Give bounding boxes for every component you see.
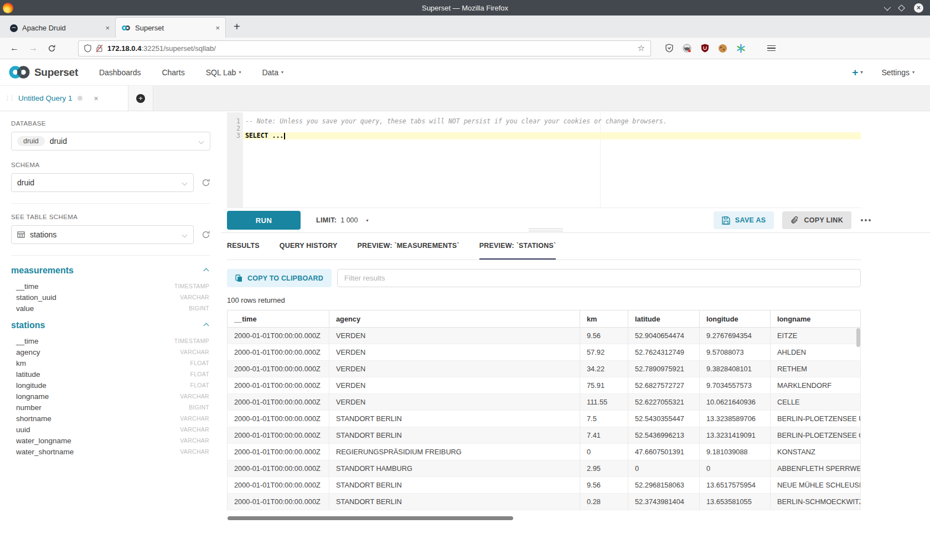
column-type: VARCHAR [180,349,209,355]
tab-close-icon[interactable]: × [105,24,110,32]
table-row: 2000-01-01T00:00:00.000ZSTANDORT HAMBURG… [228,460,861,477]
table-schema-header[interactable]: measurements [11,266,210,276]
column-header[interactable]: __time [228,310,329,328]
more-options-button[interactable] [861,219,871,221]
window-close-icon[interactable]: × [914,3,923,13]
browser-tab-superset[interactable]: Superset × [115,17,226,38]
superset-logo-icon [8,65,31,79]
url-bar[interactable]: 172.18.0.4:32251/superset/sqllab/ ☆ [78,40,651,56]
limit-control[interactable]: LIMIT: 1 000 ▾ [316,216,369,224]
sql-code-line[interactable] [243,125,861,132]
column-name: number [16,403,42,412]
forward-button[interactable]: → [29,43,38,53]
pocket-extension-icon[interactable] [665,44,673,53]
minimize-icon[interactable] [884,3,891,11]
column-type: FLOAT [190,360,209,366]
nav-charts[interactable]: Charts [162,68,184,77]
refresh-schema-icon[interactable] [202,178,210,187]
column-header[interactable]: agency [329,310,580,328]
run-button[interactable]: RUN [227,211,301,230]
column-name: longitude [16,381,46,390]
back-button[interactable]: ← [10,43,19,53]
table-select[interactable]: stations [11,225,194,244]
table-cell: NEUE MÜHLE SCHLEUSE OP [771,477,861,494]
refresh-tables-icon[interactable] [202,230,210,239]
asterisk-extension-icon[interactable] [736,44,746,53]
reload-button[interactable] [48,44,56,53]
results-tab-1[interactable]: QUERY HISTORY [280,233,338,260]
table-cell: 2000-01-01T00:00:00.000Z [228,361,329,377]
browser-tab-apache-druid[interactable]: Apache Druid × [4,18,115,38]
table-cell: REGIERUNGSPRÄSIDIUM FREIBURG [329,444,580,460]
query-tab-active[interactable]: ⋮⋮ Untitled Query 1 × [0,86,128,111]
filter-results-input[interactable] [337,269,861,287]
table-schema-header[interactable]: stations [11,320,210,330]
new-query-tab-button[interactable]: + [128,86,153,111]
column-name: uuid [16,426,30,434]
tracking-shield-icon[interactable] [84,44,91,53]
new-item-button[interactable]: +▾ [852,66,862,79]
column-header[interactable]: km [580,310,628,328]
chevron-down-icon: ▾ [281,70,283,75]
results-tab-3[interactable]: PREVIEW: `STATIONS` [479,233,556,260]
sql-editor-pane: 123 -- Note: Unless you save your query,… [221,111,930,535]
results-table: __timeagencykmlatitudelongitudelongname … [227,310,861,510]
chevron-up-icon[interactable] [204,268,209,273]
results-tabbar: RESULTSQUERY HISTORYPREVIEW: `MEASUREMEN… [227,233,861,260]
bookmark-star-icon[interactable]: ☆ [638,43,645,53]
resize-handle-icon[interactable] [529,229,563,233]
sql-editor[interactable]: 123 -- Note: Unless you save your query,… [227,112,861,208]
column-header[interactable]: longitude [700,310,771,328]
horizontal-scrollbar[interactable] [228,516,513,520]
column-name: __time [16,282,39,291]
table-cell: 52.6227055321 [628,394,700,411]
superset-favicon [121,25,131,31]
menu-hamburger-icon[interactable] [767,45,776,51]
table-cell: 52.7890975921 [628,361,700,377]
schema-select[interactable]: druid [11,173,194,192]
browser-tabbar: Apache Druid × Superset × + [0,15,930,38]
table-cell: 2000-01-01T00:00:00.000Z [228,344,329,361]
column-name: shortname [16,414,51,423]
query-tab-close-icon[interactable]: × [94,94,99,103]
database-select[interactable]: druid druid [11,132,210,151]
column-type: VARCHAR [180,448,209,455]
mask-extension-icon[interactable] [683,44,691,53]
editor-code-area[interactable]: -- Note: Unless you save your query, the… [243,112,861,208]
table-cell: 13.3231419091 [700,427,771,444]
superset-brand[interactable]: Superset [8,65,78,79]
drag-handle-icon[interactable]: ⋮⋮ [4,95,13,102]
table-cell: 2000-01-01T00:00:00.000Z [228,444,329,460]
sql-code-line[interactable]: SELECT ... [243,132,861,139]
maximize-icon[interactable] [898,4,905,12]
ublock-extension-icon[interactable] [701,44,709,53]
column-header[interactable]: longname [771,310,861,328]
column-type: FLOAT [190,382,209,388]
column-header[interactable]: latitude [628,310,700,328]
chevron-down-icon: ▾ [860,70,862,75]
results-tab-0[interactable]: RESULTS [227,233,260,260]
results-tab-2[interactable]: PREVIEW: `MEASUREMENTS` [358,233,459,260]
table-cell: 9.57088073 [700,344,771,361]
chevron-down-icon: ▾ [239,70,241,75]
nav-data[interactable]: Data▾ [262,68,283,77]
cookie-extension-icon[interactable] [719,44,727,53]
copy-link-button[interactable]: COPY LINK [782,211,851,229]
table-cell: 2000-01-01T00:00:00.000Z [228,394,329,411]
save-as-button[interactable]: SAVE AS [714,211,774,229]
settings-menu[interactable]: Settings▾ [881,68,914,77]
table-cell: 52.7624312749 [628,344,700,361]
sql-comment-line[interactable]: -- Note: Unless you save your query, the… [243,118,861,125]
new-tab-button[interactable]: + [234,20,240,33]
tab-close-icon[interactable]: × [215,24,220,32]
table-cell: 52.3743981404 [628,494,700,510]
insecure-lock-icon[interactable] [96,44,103,53]
chevron-up-icon[interactable] [204,323,209,328]
nav-dashboards[interactable]: Dashboards [99,68,141,77]
vertical-scrollbar[interactable] [856,328,860,347]
table-cell: CELLE [771,394,861,411]
nav-sql-lab[interactable]: SQL Lab▾ [206,68,241,77]
table-name: measurements [11,266,74,276]
clipboard-icon [235,274,242,282]
copy-to-clipboard-button[interactable]: COPY TO CLIPBOARD [227,269,332,287]
